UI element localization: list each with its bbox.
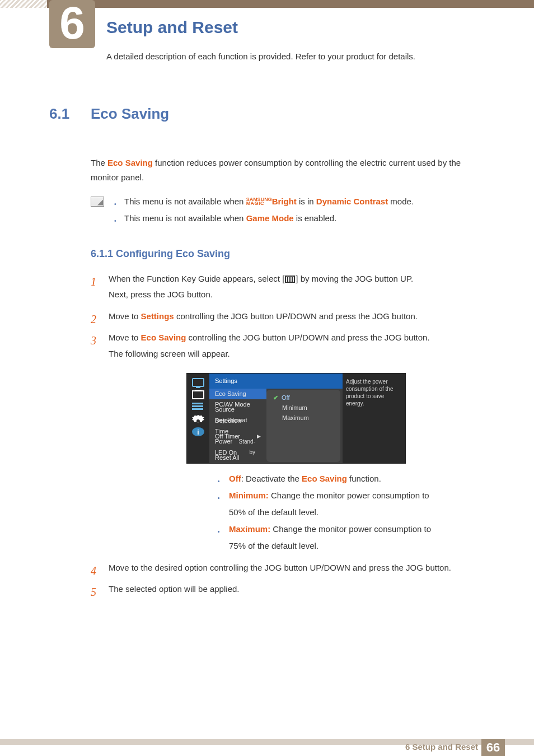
text-highlight: Off — [229, 474, 241, 483]
subsection-heading: 6.1.1 Configuring Eco Saving — [91, 248, 534, 260]
note-block: This menu is not available when SAMSUNGM… — [91, 193, 484, 227]
header-band: 6 Setup and Reset — [0, 0, 534, 47]
text: ] by moving the JOG button UP. — [296, 274, 413, 283]
page-footer: 6 Setup and Reset 66 — [0, 739, 534, 756]
osd-submenu-item: Minimum — [266, 403, 340, 413]
text: This menu is not available when — [124, 197, 246, 206]
text-highlight: Eco Saving — [107, 158, 153, 167]
osd-submenu: ✔Off Minimum Maximum — [266, 390, 340, 462]
option-item: Off: Deactivate the Eco Saving function. — [218, 470, 433, 487]
step: Move to the desired option controlling t… — [91, 560, 484, 576]
text: Next, press the JOG button. — [109, 290, 213, 299]
gear-icon — [192, 415, 204, 424]
note-icon — [91, 197, 104, 207]
chapter-title: Setup and Reset — [106, 18, 238, 37]
option-item: Minimum: Change the monitor power consum… — [218, 487, 433, 521]
steps-list: When the Function Key Guide appears, sel… — [91, 271, 484, 598]
option-descriptions: Off: Deactivate the Eco Saving function.… — [218, 470, 433, 554]
text: mode. — [388, 197, 414, 206]
samsung-magic-logo: SAMSUNGMAGIC — [246, 198, 272, 206]
osd-submenu-item: Maximum — [266, 413, 340, 423]
content-area: 6.1 Eco Saving The Eco Saving function r… — [0, 105, 534, 603]
text: is in — [297, 197, 316, 206]
option-item: Maximum: Change the monitor power consum… — [218, 521, 433, 554]
intro-paragraph: The Eco Saving function reduces power co… — [91, 156, 484, 185]
step: Move to Settings controlling the JOG but… — [91, 309, 484, 325]
text: function. — [347, 474, 381, 483]
osd-icon-column: i — [187, 374, 209, 463]
text-highlight: Maximum: — [229, 524, 270, 534]
step: When the Function Key Guide appears, sel… — [91, 271, 484, 303]
page-number: 66 — [481, 739, 505, 756]
text: is enabled. — [294, 213, 337, 223]
text-highlight: Minimum: — [229, 491, 269, 500]
text: Move to — [109, 333, 141, 342]
osd-submenu-item-selected: ✔Off — [266, 393, 340, 403]
text-highlight: Bright — [272, 197, 297, 206]
osd-value: Stand-by — [239, 436, 261, 458]
chapter-subtitle: A detailed description of each function … — [106, 52, 415, 61]
footer-chapter-label: 6 Setup and Reset — [405, 742, 478, 752]
osd-screenshot: i Settings Eco Saving PC/AV Mode Source … — [186, 373, 406, 464]
chapter-number-badge: 6 — [49, 0, 95, 48]
osd-menu-list: Eco Saving PC/AV Mode Source Detection K… — [209, 389, 266, 463]
section-title: Eco Saving — [91, 105, 169, 123]
text-highlight: Dynamic Contrast — [316, 197, 388, 206]
step: Move to Eco Saving controlling the JOG b… — [91, 330, 484, 554]
menu-icon — [285, 276, 295, 283]
osd-menu-item: Key Repeat Time — [209, 421, 266, 431]
text: The following screen will appear. — [109, 349, 230, 358]
box-icon — [192, 390, 204, 399]
lines-icon — [192, 403, 204, 412]
text: When the Function Key Guide appears, sel… — [109, 274, 284, 283]
note-item: This menu is not available when SAMSUNGM… — [114, 193, 484, 210]
text-highlight: Eco Saving — [302, 474, 347, 483]
section-number: 6.1 — [49, 105, 69, 123]
check-icon: ✔ — [273, 392, 278, 404]
monitor-icon — [192, 378, 204, 387]
text-highlight: Settings — [141, 311, 174, 321]
osd-help-panel: Adjust the power consumption of the prod… — [343, 374, 405, 463]
osd-header: Settings — [209, 374, 343, 389]
text: : Deactivate the — [241, 474, 302, 483]
osd-menu-item-selected: Eco Saving — [209, 389, 266, 399]
text: controlling the JOG button UP/DOWN and p… — [174, 311, 418, 321]
text: Move to — [109, 311, 141, 321]
info-icon: i — [192, 427, 204, 436]
text-highlight: Game Mode — [246, 213, 294, 223]
text: The — [91, 158, 107, 167]
osd-mid-panel: Settings Eco Saving PC/AV Mode Source De… — [209, 374, 343, 463]
step: The selected option will be applied. — [91, 581, 484, 598]
text: controlling the JOG button UP/DOWN and p… — [186, 333, 429, 342]
text: This menu is not available when — [124, 213, 246, 223]
text-highlight: Eco Saving — [141, 333, 186, 342]
note-item: This menu is not available when Game Mod… — [114, 210, 484, 227]
osd-menu-item: Power LED OnStand-by — [209, 442, 266, 452]
